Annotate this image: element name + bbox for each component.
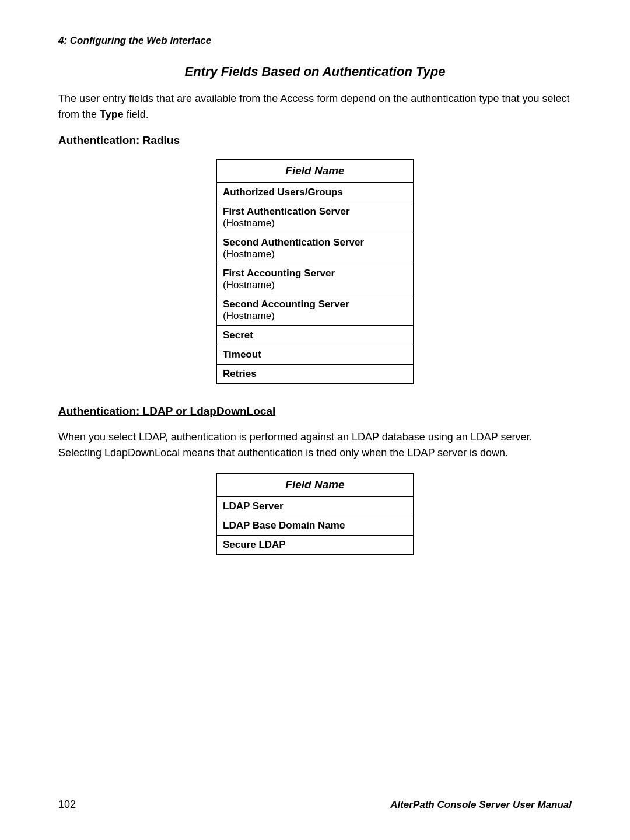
table-row: First Accounting Server(Hostname) bbox=[216, 264, 414, 295]
field-sub: (Hostname) bbox=[223, 279, 275, 290]
ldap-table: Field Name LDAP ServerLDAP Base Domain N… bbox=[216, 473, 414, 555]
table-row: First Authentication Server(Hostname) bbox=[216, 202, 414, 233]
field-main: First Accounting Server bbox=[223, 268, 335, 279]
table-cell: LDAP Server bbox=[216, 496, 414, 516]
table-row: LDAP Server bbox=[216, 496, 414, 516]
table-cell: Secure LDAP bbox=[216, 536, 414, 555]
field-main: Secret bbox=[223, 330, 253, 341]
field-main: LDAP Base Domain Name bbox=[223, 520, 345, 531]
table-row: Second Authentication Server(Hostname) bbox=[216, 233, 414, 264]
table-cell: First Accounting Server(Hostname) bbox=[216, 264, 414, 295]
footer-page-number: 102 bbox=[58, 799, 76, 811]
table-cell: Second Authentication Server(Hostname) bbox=[216, 233, 414, 264]
page-container: 4: Configuring the Web Interface Entry F… bbox=[0, 0, 630, 840]
table-row: LDAP Base Domain Name bbox=[216, 516, 414, 536]
table-cell: Retries bbox=[216, 365, 414, 384]
footer-manual-title: AlterPath Console Server User Manual bbox=[390, 799, 572, 811]
radius-subtitle: Authentication: Radius bbox=[58, 134, 572, 147]
section-title: Entry Fields Based on Authentication Typ… bbox=[58, 64, 572, 79]
table-cell: Second Accounting Server(Hostname) bbox=[216, 295, 414, 326]
table-cell: LDAP Base Domain Name bbox=[216, 516, 414, 536]
radius-table-wrapper: Field Name Authorized Users/GroupsFirst … bbox=[58, 159, 572, 384]
radius-table: Field Name Authorized Users/GroupsFirst … bbox=[216, 159, 414, 384]
table-cell: Authorized Users/Groups bbox=[216, 183, 414, 202]
ldap-subtitle: Authentication: LDAP or LdapDownLocal bbox=[58, 405, 572, 418]
ldap-body-text: When you select LDAP, authentication is … bbox=[58, 429, 572, 461]
table-row: Secure LDAP bbox=[216, 536, 414, 555]
intro-paragraph: The user entry fields that are available… bbox=[58, 91, 572, 123]
ldap-table-header: Field Name bbox=[216, 473, 414, 496]
field-main: Retries bbox=[223, 368, 257, 379]
table-row: Authorized Users/Groups bbox=[216, 183, 414, 202]
ldap-table-wrapper: Field Name LDAP ServerLDAP Base Domain N… bbox=[58, 473, 572, 555]
table-cell: First Authentication Server(Hostname) bbox=[216, 202, 414, 233]
table-row: Timeout bbox=[216, 345, 414, 365]
field-main: Timeout bbox=[223, 349, 261, 360]
intro-text-2: field. bbox=[124, 108, 149, 120]
field-sub: (Hostname) bbox=[223, 218, 275, 229]
field-main: LDAP Server bbox=[223, 501, 284, 512]
chapter-header: 4: Configuring the Web Interface bbox=[58, 35, 572, 47]
field-main: Second Accounting Server bbox=[223, 299, 349, 310]
field-sub: (Hostname) bbox=[223, 310, 275, 321]
field-main: First Authentication Server bbox=[223, 206, 350, 217]
table-row: Secret bbox=[216, 326, 414, 345]
table-cell: Timeout bbox=[216, 345, 414, 365]
table-row: Second Accounting Server(Hostname) bbox=[216, 295, 414, 326]
radius-table-header: Field Name bbox=[216, 159, 414, 183]
table-cell: Secret bbox=[216, 326, 414, 345]
field-main: Secure LDAP bbox=[223, 539, 286, 550]
table-row: Retries bbox=[216, 365, 414, 384]
field-sub: (Hostname) bbox=[223, 249, 275, 260]
field-main: Authorized Users/Groups bbox=[223, 187, 343, 198]
intro-bold: Type bbox=[100, 108, 124, 120]
field-main: Second Authentication Server bbox=[223, 237, 364, 248]
page-footer: 102 AlterPath Console Server User Manual bbox=[58, 799, 572, 811]
